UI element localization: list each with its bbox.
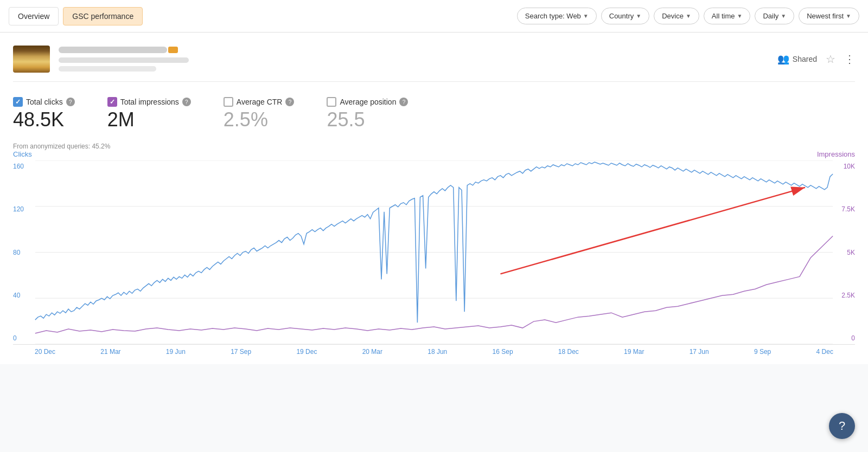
x-axis: 20 Dec 21 Mar 19 Jun 17 Sep 19 Dec 20 Ma… — [13, 345, 855, 356]
metric-avg-ctr: Average CTR ? 2.5% — [224, 97, 295, 130]
chart-impressions-label: Impressions — [817, 150, 855, 158]
site-actions: 👥 Shared ☆ ⋮ — [777, 53, 855, 66]
ctr-value: 2.5% — [224, 110, 295, 130]
top-bar: Overview GSC performance Search type: We… — [0, 0, 868, 33]
impressions-help-icon[interactable]: ? — [182, 98, 191, 106]
chevron-down-icon: ▼ — [781, 13, 786, 19]
chevron-down-icon: ▼ — [636, 13, 641, 19]
interval-filter[interactable]: Daily ▼ — [755, 8, 794, 24]
site-thumbnail — [13, 46, 50, 73]
metrics-row: ✓ Total clicks ? 48.5K ✓ Total impressio… — [13, 93, 855, 134]
clicks-label: Total clicks — [26, 98, 63, 106]
position-checkbox[interactable] — [327, 97, 336, 107]
clicks-value: 48.5K — [13, 110, 75, 130]
filter-group: Search type: Web ▼ Country ▼ Device ▼ Al… — [517, 8, 859, 24]
chart-area: Clicks Impressions 160 120 80 40 0 10K 7… — [13, 150, 855, 356]
position-value: 25.5 — [327, 110, 408, 130]
metric-total-clicks: ✓ Total clicks ? 48.5K — [13, 97, 75, 130]
chevron-down-icon: ▼ — [583, 13, 589, 19]
chevron-down-icon: ▼ — [686, 13, 691, 19]
order-filter[interactable]: Newest first ▼ — [799, 8, 859, 24]
impressions-value: 2M — [107, 110, 191, 130]
impressions-checkbox[interactable]: ✓ — [107, 97, 117, 107]
anon-note: From anonymized queries: 45.2% — [13, 143, 855, 150]
shared-label: Shared — [793, 55, 817, 63]
site-sub-bar — [59, 57, 189, 63]
impressions-label: Total impressions — [120, 98, 179, 106]
chart-svg — [13, 160, 855, 344]
clicks-help-icon[interactable]: ? — [66, 98, 75, 106]
chart-clicks-label[interactable]: Clicks — [13, 150, 32, 158]
ctr-help-icon[interactable]: ? — [285, 98, 294, 106]
position-label: Average position — [340, 98, 396, 106]
tab-overview[interactable]: Overview — [9, 7, 59, 25]
site-sub-bar2 — [59, 66, 156, 72]
shared-button[interactable]: 👥 Shared — [777, 53, 817, 65]
chevron-down-icon: ▼ — [737, 13, 742, 19]
metric-avg-position: Average position ? 25.5 — [327, 97, 408, 130]
time-filter[interactable]: All time ▼ — [704, 8, 751, 24]
site-header: 👥 Shared ☆ ⋮ — [13, 41, 855, 82]
tab-gsc[interactable]: GSC performance — [63, 7, 143, 25]
ctr-label: Average CTR — [237, 98, 283, 106]
metric-total-impressions: ✓ Total impressions ? 2M — [107, 97, 191, 130]
main-content: 👥 Shared ☆ ⋮ ✓ Total clicks ? 48.5K ✓ — [0, 33, 868, 364]
chart-container: 160 120 80 40 0 10K 7.5K 5K 2.5K 0 — [13, 160, 855, 345]
clicks-checkbox[interactable]: ✓ — [13, 97, 23, 107]
ctr-checkbox[interactable] — [224, 97, 233, 107]
search-type-filter[interactable]: Search type: Web ▼ — [517, 8, 597, 24]
position-help-icon[interactable]: ? — [399, 98, 408, 106]
country-filter[interactable]: Country ▼ — [601, 8, 649, 24]
chevron-down-icon: ▼ — [846, 13, 851, 19]
star-button[interactable]: ☆ — [826, 53, 835, 66]
more-menu-button[interactable]: ⋮ — [844, 53, 855, 66]
site-info — [59, 47, 777, 72]
device-filter[interactable]: Device ▼ — [654, 8, 699, 24]
people-icon: 👥 — [777, 53, 789, 65]
site-url-bar — [59, 47, 167, 53]
svg-line-6 — [501, 188, 806, 274]
